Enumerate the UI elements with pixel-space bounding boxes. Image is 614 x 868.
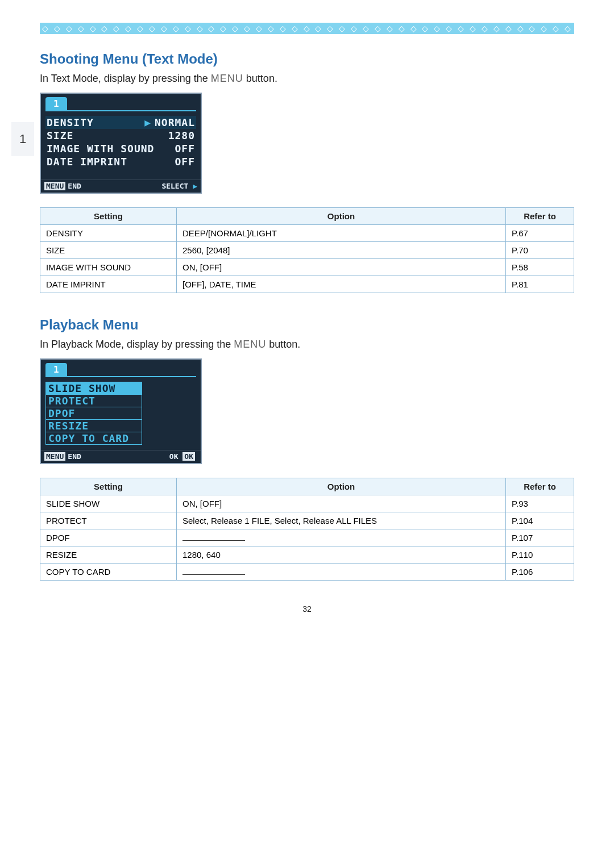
cell-option: [OFF], DATE, TIME — [177, 276, 506, 293]
shooting-intro-pre: In Text Mode, display by pressing the — [40, 73, 211, 84]
lcd-footer: MENUEND OK OK — [41, 450, 201, 463]
lcd-footer-right: SELECT ▶ — [161, 182, 197, 190]
lcd-value-text: NORMAL — [155, 116, 195, 128]
lcd-tab-1: 1 — [45, 97, 67, 110]
lcd-footer-end: END — [68, 452, 81, 461]
lcd-footer-left: MENUEND — [44, 182, 81, 190]
table-row: SIZE 2560, [2048] P.70 — [40, 242, 574, 259]
lcd-value: ▶NORMAL — [144, 116, 195, 128]
decorative-diamond-band: ◇ ◇ ◇ ◇ ◇ ◇ ◇ ◇ ◇ ◇ ◇ ◇ ◇ ◇ ◇ ◇ ◇ ◇ ◇ ◇ … — [40, 23, 574, 34]
cell-setting: DPOF — [40, 529, 177, 546]
table-header-row: Setting Option Refer to — [40, 208, 574, 225]
lcd-item-resize: RESIZE — [45, 419, 142, 432]
menu-button-label: MENU — [211, 73, 243, 84]
lcd-label: IMAGE WITH SOUND — [47, 143, 154, 155]
th-setting: Setting — [40, 478, 177, 495]
manual-page: ◇ ◇ ◇ ◇ ◇ ◇ ◇ ◇ ◇ ◇ ◇ ◇ ◇ ◇ ◇ ◇ ◇ ◇ ◇ ◇ … — [0, 0, 614, 648]
cell-setting: DATE IMPRINT — [40, 276, 177, 293]
cell-refer: P.104 — [506, 512, 574, 529]
playback-intro-pre: In Playback Mode, display by pressing th… — [40, 339, 234, 350]
blank-line-icon — [182, 535, 245, 541]
cell-refer: P.70 — [506, 242, 574, 259]
lcd-tab-bar: 1 — [41, 94, 201, 110]
cell-option: Select, Release 1 FILE, Select, Release … — [177, 512, 506, 529]
lcd-item-slide-show: SLIDE SHOW — [45, 382, 142, 395]
playback-intro-post: button. — [266, 339, 300, 350]
cell-refer: P.58 — [506, 259, 574, 276]
lcd-body: DENSITY ▶NORMAL SIZE 1280 IMAGE WITH SOU… — [41, 111, 201, 180]
cell-option: DEEP/[NORMAL]/LIGHT — [177, 225, 506, 242]
lcd-footer-select: SELECT — [161, 182, 188, 190]
lcd-item-protect: PROTECT — [45, 394, 142, 407]
cell-refer: P.67 — [506, 225, 574, 242]
table-row: DATE IMPRINT [OFF], DATE, TIME P.81 — [40, 276, 574, 293]
table-header-row: Setting Option Refer to — [40, 478, 574, 495]
shooting-settings-table: Setting Option Refer to DENSITY DEEP/[NO… — [40, 207, 574, 293]
table-row: IMAGE WITH SOUND ON, [OFF] P.58 — [40, 259, 574, 276]
playback-menu-heading: Playback Menu — [40, 317, 574, 333]
shooting-intro: In Text Mode, display by pressing the ME… — [40, 73, 574, 85]
th-option: Option — [177, 478, 506, 495]
table-row: RESIZE 1280, 640 P.110 — [40, 546, 574, 564]
lcd-label: DENSITY — [47, 116, 94, 128]
lcd-label: DATE IMPRINT — [47, 156, 127, 168]
lcd-footer-end: END — [68, 182, 81, 190]
lcd-row-date-imprint: DATE IMPRINT OFF — [45, 155, 196, 168]
table-row: PROTECT Select, Release 1 FILE, Select, … — [40, 512, 574, 529]
cell-setting: COPY TO CARD — [40, 564, 177, 581]
lcd-footer-right: OK OK — [169, 452, 197, 461]
cell-refer: P.107 — [506, 529, 574, 546]
lcd-tab-bar: 1 — [41, 360, 201, 376]
lcd-list: SLIDE SHOW PROTECT DPOF RESIZE COPY TO C… — [41, 377, 201, 450]
cell-setting: SIZE — [40, 242, 177, 259]
cell-option: ON, [OFF] — [177, 259, 506, 276]
cell-option — [177, 529, 506, 546]
lcd-label: SIZE — [47, 130, 73, 141]
lcd-footer: MENUEND SELECT ▶ — [41, 180, 201, 193]
cell-refer: P.81 — [506, 276, 574, 293]
cell-setting: RESIZE — [40, 546, 177, 564]
th-refer: Refer to — [506, 208, 574, 225]
triangle-right-icon: ▶ — [193, 182, 197, 190]
shooting-menu-heading: Shooting Menu (Text Mode) — [40, 51, 574, 67]
cell-refer: P.106 — [506, 564, 574, 581]
chapter-tab: 1 — [11, 122, 34, 156]
lcd-row-density: DENSITY ▶NORMAL — [45, 116, 196, 129]
cell-option: 2560, [2048] — [177, 242, 506, 259]
table-row: COPY TO CARD P.106 — [40, 564, 574, 581]
menu-box-icon: MENU — [44, 452, 65, 461]
lcd-value: OFF — [175, 143, 195, 155]
lcd-footer-left: MENUEND — [44, 452, 81, 461]
cell-setting: IMAGE WITH SOUND — [40, 259, 177, 276]
table-row: SLIDE SHOW ON, [OFF] P.93 — [40, 495, 574, 512]
table-row: DPOF P.107 — [40, 529, 574, 546]
th-refer: Refer to — [506, 478, 574, 495]
lcd-footer-ok: OK — [169, 452, 179, 461]
play-icon: ▶ — [144, 116, 151, 128]
menu-box-icon: MENU — [44, 182, 65, 190]
lcd-value: 1280 — [168, 130, 195, 141]
lcd-tab-1: 1 — [45, 363, 67, 376]
cell-setting: SLIDE SHOW — [40, 495, 177, 512]
cell-refer: P.110 — [506, 546, 574, 564]
cell-option: ON, [OFF] — [177, 495, 506, 512]
lcd-item-copy-to-card: COPY TO CARD — [45, 432, 142, 445]
playback-lcd-screenshot: 1 SLIDE SHOW PROTECT DPOF RESIZE COPY TO… — [40, 358, 202, 464]
lcd-row-image-with-sound: IMAGE WITH SOUND OFF — [45, 142, 196, 155]
cell-setting: DENSITY — [40, 225, 177, 242]
blank-line-icon — [182, 569, 245, 575]
ok-box-icon: OK — [182, 452, 195, 461]
shooting-lcd-screenshot: 1 DENSITY ▶NORMAL SIZE 1280 IMAGE WITH S… — [40, 93, 202, 194]
shooting-intro-post: button. — [243, 73, 277, 84]
menu-button-label: MENU — [234, 339, 266, 350]
cell-option: 1280, 640 — [177, 546, 506, 564]
lcd-item-dpof: DPOF — [45, 407, 142, 420]
playback-intro: In Playback Mode, display by pressing th… — [40, 339, 574, 350]
playback-settings-table: Setting Option Refer to SLIDE SHOW ON, [… — [40, 478, 574, 581]
th-option: Option — [177, 208, 506, 225]
cell-option — [177, 564, 506, 581]
lcd-row-size: SIZE 1280 — [45, 129, 196, 142]
lcd-value: OFF — [175, 156, 195, 168]
table-row: DENSITY DEEP/[NORMAL]/LIGHT P.67 — [40, 225, 574, 242]
cell-setting: PROTECT — [40, 512, 177, 529]
